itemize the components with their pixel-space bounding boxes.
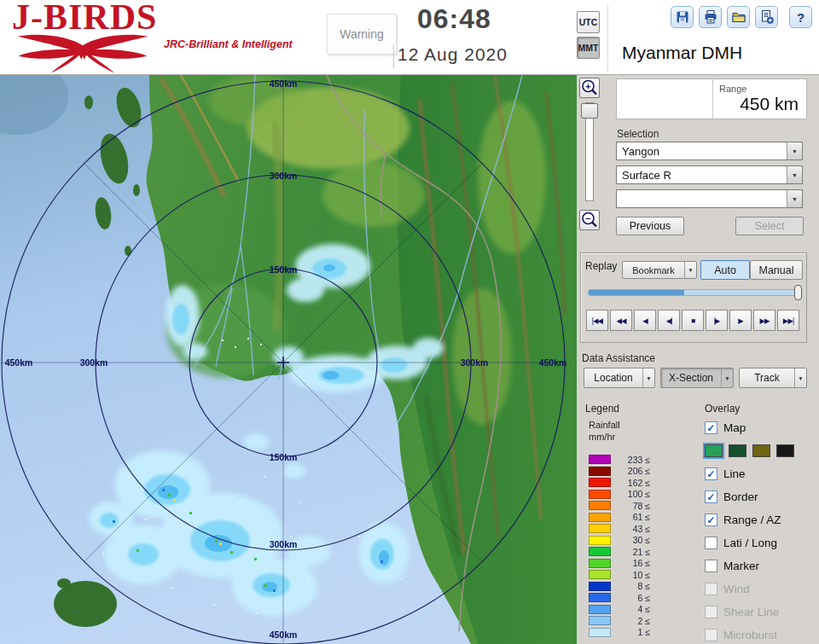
chevron-down-icon[interactable]: ▼: [721, 368, 733, 387]
utc-toggle-button[interactable]: UTC: [577, 11, 600, 33]
chevron-down-icon[interactable]: ▼: [787, 190, 802, 207]
track-button[interactable]: Track ▼: [739, 368, 807, 388]
warning-button[interactable]: Warning: [327, 14, 397, 55]
clock-time: 06:48: [417, 3, 491, 35]
legend-item: 1 ≤: [589, 627, 650, 639]
overlay-item-border[interactable]: ✓ Border: [705, 485, 816, 508]
legend-item: 21 ≤: [589, 546, 650, 558]
overlay-item-shear-line: Shear Line: [705, 600, 816, 624]
overlay-label: Overlay: [705, 403, 740, 415]
legend-label: Legend: [585, 403, 619, 415]
checkbox-border[interactable]: ✓: [705, 490, 717, 503]
play-backward-button[interactable]: ◀: [634, 310, 656, 331]
print-icon[interactable]: [699, 6, 722, 28]
play-forward-button[interactable]: ▶: [729, 310, 752, 331]
auto-mode-button[interactable]: Auto: [700, 260, 750, 280]
legend-swatch: [589, 524, 611, 533]
skip-end-button[interactable]: ▶▶|: [777, 310, 799, 331]
zoom-slider-thumb[interactable]: [581, 103, 598, 119]
app-logo-title: J-BIRDS: [12, 0, 157, 36]
overlay-item-marker[interactable]: Marker: [705, 554, 816, 577]
legend-swatch: [589, 570, 611, 579]
overlay-item-line[interactable]: ✓ Line: [705, 462, 816, 485]
skip-start-button[interactable]: |◀◀: [586, 310, 608, 331]
legend-item: 61 ≤: [589, 512, 650, 524]
legend-item: 16 ≤: [589, 558, 650, 570]
legend-swatch: [589, 559, 611, 568]
location-button[interactable]: Location ▼: [584, 368, 655, 388]
svg-text:300km: 300km: [461, 357, 489, 368]
map-style-option[interactable]: [752, 444, 770, 457]
map-style-option[interactable]: [705, 444, 723, 457]
radar-map[interactable]: 450km 300km 150km 150km 300km 450km 450k…: [0, 75, 577, 644]
header-bar: J-BIRDS JRC-Brilliant & Intelligent Rada…: [0, 0, 819, 75]
chevron-down-icon[interactable]: ▼: [642, 368, 654, 387]
replay-slider-track[interactable]: [588, 289, 801, 296]
checkbox-marker[interactable]: [705, 560, 717, 572]
chevron-down-icon[interactable]: ▼: [787, 166, 802, 183]
mmt-toggle-button[interactable]: MMT: [577, 37, 600, 59]
step-back-button[interactable]: ◀|: [658, 310, 680, 331]
open-folder-icon[interactable]: [727, 6, 750, 28]
previous-button[interactable]: Previous: [616, 217, 684, 235]
option-dropdown[interactable]: ▼: [616, 189, 803, 208]
chevron-down-icon[interactable]: ▼: [787, 142, 802, 160]
data-assistance-label: Data Assistance: [582, 352, 655, 364]
zoom-out-button[interactable]: −: [579, 210, 600, 230]
export-icon[interactable]: [755, 6, 778, 28]
checkbox-map[interactable]: ✓: [705, 421, 717, 434]
legend-item: 8 ≤: [589, 581, 650, 593]
replay-slider-thumb[interactable]: [794, 285, 802, 300]
header-divider: [607, 5, 608, 72]
svg-text:450km: 450km: [270, 629, 298, 640]
overlay-item-lati-long[interactable]: Lati / Long: [705, 531, 816, 554]
map-style-option[interactable]: [729, 444, 746, 457]
legend-unit: mm/hr: [589, 432, 615, 442]
main-toolbar: ?: [671, 6, 812, 28]
checkbox-range-az[interactable]: ✓: [705, 513, 717, 526]
legend-swatch: [589, 582, 611, 591]
radar-map-area[interactable]: 450km 300km 150km 150km 300km 450km 450k…: [0, 75, 577, 644]
product-dropdown[interactable]: Surface R ▼: [616, 165, 803, 184]
date-separator: [393, 44, 394, 68]
fast-forward-button[interactable]: ▶▶: [753, 310, 775, 331]
bookmark-button[interactable]: Bookmark ▼: [622, 261, 697, 279]
site-dropdown[interactable]: Yangon ▼: [616, 142, 803, 160]
range-value: 450 km: [740, 94, 799, 114]
checkbox-line[interactable]: ✓: [705, 467, 717, 480]
checkbox-lati-long[interactable]: [705, 537, 717, 549]
legend-item: 4 ≤: [589, 604, 650, 616]
chevron-down-icon[interactable]: ▼: [684, 262, 696, 278]
legend-swatch: [589, 536, 611, 545]
svg-text:150km: 150km: [270, 264, 298, 275]
help-icon[interactable]: ?: [789, 6, 812, 28]
legend-item: 2 ≤: [589, 615, 650, 627]
select-button[interactable]: Select: [735, 217, 804, 235]
stop-button[interactable]: ■: [682, 310, 704, 331]
legend-item: 10 ≤: [589, 569, 650, 581]
step-forward-button[interactable]: |▶: [706, 310, 728, 331]
legend-swatch: [589, 501, 611, 510]
x-section-button[interactable]: X-Section ▼: [660, 368, 734, 388]
legend-swatch: [589, 467, 611, 476]
selection-label: Selection: [617, 128, 659, 140]
overlay-item-range-az[interactable]: ✓ Range / AZ: [705, 508, 816, 531]
save-icon[interactable]: [671, 6, 694, 28]
station-name: Myanmar DMH: [622, 43, 742, 63]
site-dropdown-value: Yangon: [622, 145, 659, 158]
map-style-option[interactable]: [776, 444, 794, 457]
product-dropdown-value: Surface R: [622, 169, 671, 182]
manual-mode-button[interactable]: Manual: [750, 260, 803, 280]
zoom-in-button[interactable]: +: [579, 78, 600, 98]
legend-swatch: [589, 455, 611, 464]
chevron-down-icon[interactable]: ▼: [794, 368, 806, 387]
legend-swatch: [589, 490, 611, 499]
checkbox-microburst: [705, 629, 717, 641]
playback-controls: |◀◀ ◀◀ ◀ ◀| ■ |▶ ▶ ▶▶ ▶▶|: [586, 310, 799, 331]
checkbox-shear-line: [705, 606, 717, 618]
check-icon: ✓: [706, 492, 715, 502]
svg-text:300km: 300km: [270, 539, 298, 549]
fast-rewind-button[interactable]: ◀◀: [610, 310, 632, 331]
overlay-item-map[interactable]: ✓ Map: [705, 416, 816, 439]
legend-item: 233 ≤: [589, 454, 650, 466]
